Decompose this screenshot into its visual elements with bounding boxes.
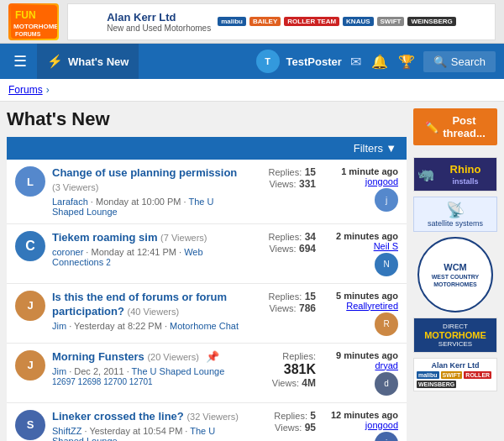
last-user-link[interactable]: dryad — [375, 360, 398, 370]
chevron-down-icon: ▼ — [386, 142, 396, 155]
page-num-link[interactable]: 12701 — [129, 377, 153, 386]
trophy-icon[interactable]: 🏆 — [398, 54, 415, 70]
svg-text:MOTORHOME: MOTORHOME — [13, 23, 57, 30]
bell-icon[interactable]: 🔔 — [371, 54, 388, 70]
content-area: What's New Filters ▼ L Change of use pla… — [7, 108, 407, 441]
last-user-link[interactable]: jongood — [365, 176, 398, 186]
thread-stats: Replies: 381K Views: 4M — [249, 350, 316, 389]
last-user-link[interactable]: Neil S — [374, 241, 398, 251]
svg-text:FORUMS: FORUMS — [15, 31, 41, 37]
viewers-count: (3 Viewers) — [52, 182, 98, 192]
viewers-count: (7 Viewers) — [160, 233, 207, 243]
thread-title[interactable]: Change of use planning permission (3 Vie… — [52, 166, 242, 195]
dms-ad[interactable]: DIRECT MOTORHOME SERVICES — [413, 318, 497, 353]
thread-stats: Replies: 34 Views: 694 — [249, 231, 316, 255]
breadcrumb: Forums › — [0, 79, 504, 102]
hamburger-menu-icon[interactable]: ☰ — [8, 49, 32, 74]
thread-stats: Replies: 15 Views: 331 — [249, 166, 316, 190]
thread-author-link[interactable]: Jim — [52, 366, 66, 376]
thread-meta: Jim · Dec 2, 2011 · The U Shaped Lounge … — [52, 366, 242, 386]
top-banner: FUN MOTORHOME FORUMS Alan Kerr Ltd New a… — [0, 0, 504, 44]
breadcrumb-forums-link[interactable]: Forums — [8, 84, 43, 96]
thread-title[interactable]: Lineker crossed the line? (32 Viewers) — [52, 410, 242, 424]
whats-new-nav-item[interactable]: ⚡ What's New — [37, 44, 139, 79]
thread-subforum-link[interactable]: The U Shaped Lounge — [132, 366, 225, 376]
filters-button[interactable]: Filters ▼ — [354, 142, 396, 155]
thread-meta: Jim · Yesterday at 8:22 PM · Motorhome C… — [52, 321, 242, 331]
main-wrapper: What's New Filters ▼ L Change of use pla… — [0, 102, 504, 441]
thread-title[interactable]: Morning Funsters (20 Viewers) 📌 — [52, 350, 242, 365]
thread-author-link[interactable]: coroner — [52, 247, 83, 257]
search-icon: 🔍 — [433, 55, 447, 68]
last-user-link[interactable]: jongood — [365, 420, 398, 430]
sidebar-logo-roller: ROLLER — [464, 371, 491, 379]
thread-author-link[interactable]: Larafach — [52, 197, 88, 207]
ad-logo-swift: SWIFT — [377, 17, 405, 26]
username-label[interactable]: TestPoster — [286, 55, 342, 68]
ad-logo-weinsberg: WEINSBERG — [407, 17, 455, 26]
user-avatar[interactable]: T — [256, 50, 280, 73]
last-user-link[interactable]: Reallyretired — [346, 301, 398, 311]
sidebar-logo-weinsberg: WEINSBERG — [417, 381, 456, 388]
search-button[interactable]: 🔍 Search — [423, 51, 496, 72]
pin-icon: 📌 — [206, 350, 219, 363]
page-num-link[interactable]: 12697 — [52, 377, 76, 386]
thread-item: J Is this the end of forums or forum par… — [7, 284, 407, 344]
wcm-abbr: WCM — [444, 261, 467, 273]
thread-body: Tiekem roaming sim (7 Viewers) coroner ·… — [52, 231, 242, 267]
thread-title[interactable]: Is this the end of forums or forum parti… — [52, 291, 242, 319]
wcm-line2: MOTORHOMES — [433, 281, 477, 288]
rhino-ad[interactable]: 🦏 Rhino installs — [413, 157, 497, 192]
thread-avatar: J — [15, 291, 45, 321]
page-num-link[interactable]: 12698 — [78, 377, 102, 386]
thread-body: Morning Funsters (20 Viewers) 📌 Jim · De… — [52, 350, 242, 386]
post-thread-label: Post thread... — [443, 114, 486, 139]
viewers-count: (40 Viewers) — [128, 307, 180, 317]
thread-avatar: J — [15, 350, 45, 381]
rhino-logo-icon: 🦏 — [417, 166, 434, 182]
thread-meta: ShiftZZ · Yesterday at 10:54 PM · The U … — [52, 426, 242, 441]
thread-title[interactable]: Tiekem roaming sim (7 Viewers) — [52, 231, 242, 245]
top-ad-banner[interactable]: Alan Kerr Ltd New and Used Motorhomes ma… — [67, 3, 496, 40]
thread-last: 12 minutes ago jongood j — [323, 410, 398, 441]
ad-logo-rollerteam: ROLLER TEAM — [284, 17, 339, 26]
thread-body: Is this the end of forums or forum parti… — [52, 291, 242, 331]
thread-meta: Larafach · Monday at 10:00 PM · The U Sh… — [52, 197, 242, 217]
whats-new-label: What's New — [68, 55, 129, 68]
thread-author-link[interactable]: Jim — [52, 321, 66, 331]
user-section: T TestPoster ✉ 🔔 🏆 🔍 Search — [256, 50, 496, 73]
thread-meta: coroner · Monday at 12:41 PM · Web Conne… — [52, 247, 242, 267]
site-logo[interactable]: FUN MOTORHOME FORUMS — [8, 3, 59, 40]
post-thread-button[interactable]: ✏️ Post thread... — [413, 108, 497, 145]
bolt-icon: ⚡ — [47, 54, 63, 69]
thread-item: S Lineker crossed the line? (32 Viewers)… — [7, 403, 407, 441]
thread-body: Change of use planning permission (3 Vie… — [52, 166, 242, 217]
dms-line2: SERVICES — [418, 340, 492, 348]
thread-item: J Morning Funsters (20 Viewers) 📌 Jim · … — [7, 344, 407, 403]
sidebar-alan-kerr-ad[interactable]: Alan Kerr Ltd malibu SWIFT ROLLER WEINSB… — [413, 358, 497, 391]
satellite-ad[interactable]: 📡 satellite systems — [413, 197, 497, 232]
thread-stats: Replies: 15 Views: 786 — [249, 291, 316, 314]
satellite-text: satellite systems — [417, 219, 493, 228]
thread-author-link[interactable]: ShiftZZ — [52, 426, 81, 436]
viewers-count: (32 Viewers) — [186, 412, 239, 422]
wcm-ad[interactable]: WCM WEST COUNTRY MOTORHOMES — [413, 237, 497, 312]
sidebar-logo-malibu: malibu — [417, 371, 439, 379]
ad-logos: malibu BAILEY ROLLER TEAM KNAUS SWIFT WE… — [218, 17, 456, 26]
breadcrumb-separator: › — [46, 84, 50, 96]
svg-text:FUN: FUN — [15, 9, 36, 21]
thread-last: 1 minute ago jongood j — [323, 166, 398, 212]
mail-icon[interactable]: ✉ — [350, 54, 361, 70]
sidebar-ad-logos: malibu SWIFT ROLLER WEINSBERG — [417, 371, 494, 388]
page-num-link[interactable]: 2 — [106, 258, 111, 267]
thread-body: Lineker crossed the line? (32 Viewers) S… — [52, 410, 242, 441]
wcm-line1: WEST COUNTRY — [432, 273, 480, 281]
search-label: Search — [451, 55, 486, 68]
thread-item: L Change of use planning permission (3 V… — [7, 160, 407, 224]
page-num-link[interactable]: 12700 — [103, 377, 127, 386]
edit-icon: ✏️ — [425, 121, 438, 134]
satellite-icon: 📡 — [417, 201, 493, 219]
rhino-installs-text: installs — [452, 177, 478, 186]
thread-subforum-link[interactable]: Motorhome Chat — [170, 321, 239, 331]
thread-stats: Replies: 5 Views: 95 — [249, 410, 316, 433]
